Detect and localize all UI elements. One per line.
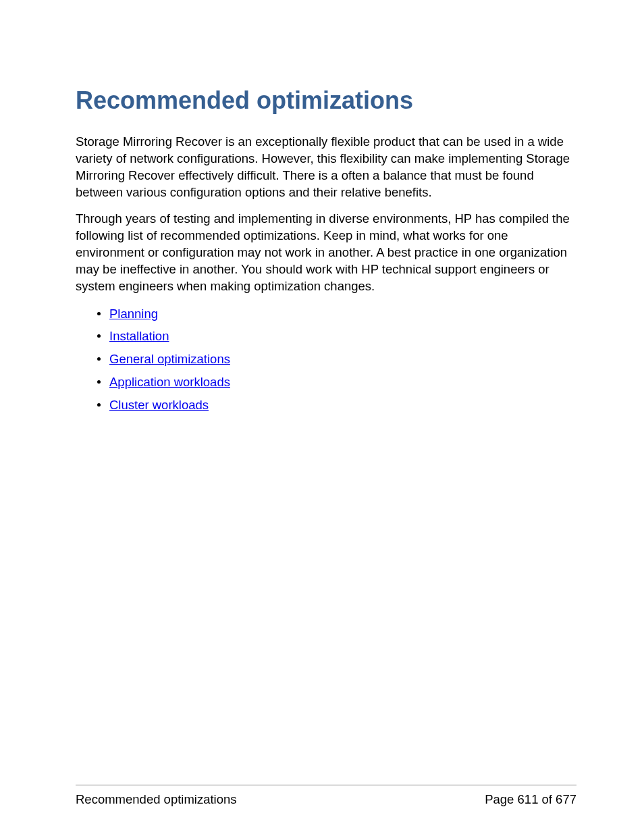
link-planning[interactable]: Planning [109,307,158,321]
list-item: Planning [97,305,576,323]
list-item: Application workloads [97,373,576,392]
link-cluster-workloads[interactable]: Cluster workloads [109,398,209,412]
list-item: Installation [97,327,576,346]
link-application-workloads[interactable]: Application workloads [109,375,230,389]
link-list: Planning Installation General optimizati… [76,305,576,415]
footer-title: Recommended optimizations [76,792,237,807]
body-paragraph: Through years of testing and implementin… [76,211,576,295]
list-item: General optimizations [97,350,576,369]
list-item: Cluster workloads [97,396,576,415]
page-heading: Recommended optimizations [76,86,576,115]
link-general-optimizations[interactable]: General optimizations [109,352,230,366]
footer-page-number: Page 611 of 677 [485,792,576,807]
page-footer: Recommended optimizations Page 611 of 67… [76,785,576,807]
link-installation[interactable]: Installation [109,329,169,343]
page-content: Recommended optimizations Storage Mirror… [0,0,644,459]
body-paragraph: Storage Mirroring Recover is an exceptio… [76,134,576,201]
